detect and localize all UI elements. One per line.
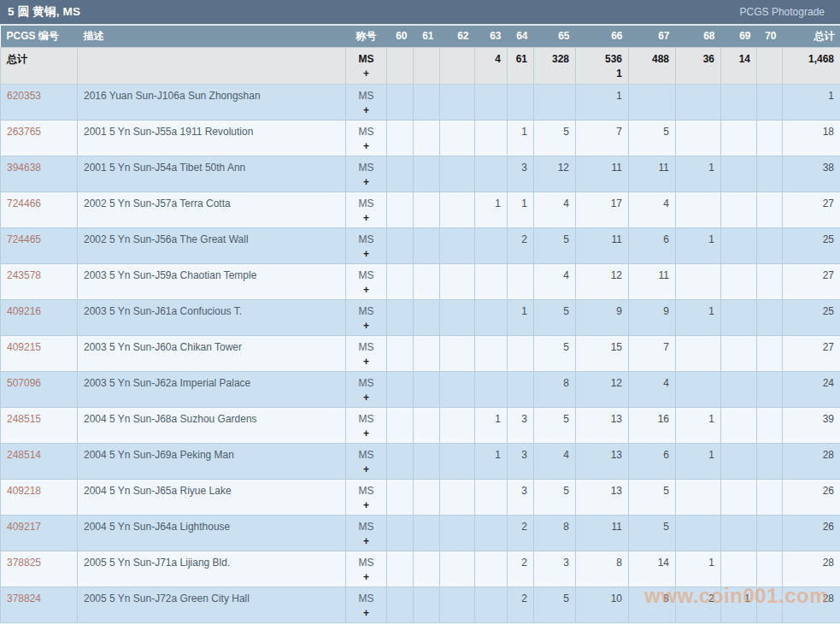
grade-cell-66: 13 xyxy=(576,407,629,443)
table-row: 4092162003 5 Yn Sun-J61a Confucious T.MS… xyxy=(1,299,840,335)
designation-cell: MS+ xyxy=(346,299,387,335)
designation-cell: MS+ xyxy=(346,335,387,371)
grade-cell-68: 1 xyxy=(676,227,721,263)
grade-cell-64: 3 xyxy=(508,407,534,443)
grade-cell-69: 1 xyxy=(721,587,757,622)
totals-grade-cell-69: 14 xyxy=(721,47,757,84)
row-total-cell: 1 xyxy=(783,84,840,120)
grade-cell-70 xyxy=(757,371,783,407)
designation-label: MS xyxy=(352,484,380,498)
grade-cell-65: 5 xyxy=(534,335,576,371)
designation-cell: MS+ xyxy=(346,371,387,407)
pcgs-number-cell: 724465 xyxy=(1,227,78,263)
description-cell: 2003 5 Yn Sun-J62a Imperial Palace xyxy=(78,371,346,407)
column-header-8: 65 xyxy=(534,26,576,47)
population-table: PCGS 编号描述称号6061626364656667686970总计 总计MS… xyxy=(0,26,840,623)
designation-plus-label: + xyxy=(352,570,380,585)
grade-cell-70 xyxy=(757,551,783,587)
column-header-10: 67 xyxy=(629,26,676,47)
pcgs-number-link[interactable]: 409217 xyxy=(7,521,41,533)
column-header-0: PCGS 编号 xyxy=(1,26,78,47)
pcgs-number-link[interactable]: 620353 xyxy=(7,90,41,102)
pcgs-number-link[interactable]: 394638 xyxy=(7,162,41,174)
grade-cell-69 xyxy=(721,156,757,192)
grade-cell-68: 1 xyxy=(676,299,721,335)
grade-cell-60 xyxy=(387,227,414,263)
row-total-cell: 39 xyxy=(783,407,840,443)
pcgs-number-cell: 394638 xyxy=(1,156,78,192)
grade-cell-65: 4 xyxy=(534,443,576,479)
table-row: 3946382001 5 Yn Sun-J54a Tibet 50th AnnM… xyxy=(1,156,840,192)
pcgs-number-link[interactable]: 248514 xyxy=(7,449,41,461)
column-header-1: 描述 xyxy=(78,26,346,47)
designation-plus-label: + xyxy=(352,355,380,369)
grade-cell-61 xyxy=(414,192,440,227)
grade-cell-64: 3 xyxy=(508,156,534,192)
grade-cell-68 xyxy=(676,263,721,299)
grade-cell-66: 13 xyxy=(576,479,629,515)
pcgs-number-link[interactable]: 378825 xyxy=(7,557,41,569)
row-total-cell: 28 xyxy=(783,551,840,587)
designation-label: MS xyxy=(352,89,380,103)
grade-cell-61 xyxy=(414,156,440,192)
grade-cell-62 xyxy=(440,192,475,227)
grade-cell-62 xyxy=(440,299,475,335)
pcgs-number-link[interactable]: 409216 xyxy=(7,305,41,317)
pcgs-number-cell: 724466 xyxy=(1,192,78,227)
grade-cell-61 xyxy=(414,227,440,263)
pcgs-number-link[interactable]: 378824 xyxy=(7,593,41,604)
designation-label: MS xyxy=(352,197,380,211)
description-cell: 2003 5 Yn Sun-J61a Confucious T. xyxy=(78,299,346,335)
grade-cell-61 xyxy=(414,299,440,335)
grade-cell-63: 1 xyxy=(475,192,508,227)
grade-cell-70 xyxy=(757,479,783,515)
grade-cell-65: 8 xyxy=(534,371,576,407)
grade-cell-65: 4 xyxy=(534,192,576,227)
pcgs-number-link[interactable]: 263765 xyxy=(7,126,41,138)
row-total-cell: 25 xyxy=(783,299,840,335)
grade-cell-61 xyxy=(414,407,440,443)
column-header-row: PCGS 编号描述称号6061626364656667686970总计 xyxy=(1,26,840,47)
pcgs-number-link[interactable]: 507096 xyxy=(7,377,41,389)
grade-cell-69 xyxy=(721,443,757,479)
grade-cell-62 xyxy=(440,120,475,156)
table-row: 2485152004 5 Yn Sun-J68a Suzhou GardensM… xyxy=(1,407,840,443)
grade-cell-70 xyxy=(757,84,783,120)
grade-cell-63 xyxy=(475,371,508,407)
designation-plus-label: + xyxy=(352,67,380,81)
grade-cell-60 xyxy=(387,263,414,299)
grade-cell-60 xyxy=(387,156,414,192)
grade-cell-64: 2 xyxy=(508,551,534,587)
pcgs-number-link[interactable]: 724466 xyxy=(7,198,41,209)
pcgs-number-cell: 507096 xyxy=(1,371,78,407)
grade-cell-64 xyxy=(508,84,534,120)
totals-grade-cell-65: 328 xyxy=(534,47,576,84)
pcgs-number-link[interactable]: 409218 xyxy=(7,485,41,497)
grade-cell-69 xyxy=(721,84,757,120)
pcgs-number-link[interactable]: 409215 xyxy=(7,341,41,353)
pcgs-number-link[interactable]: 243578 xyxy=(7,269,41,281)
totals-designation-cell: MS+ xyxy=(346,47,387,84)
grade-cell-68 xyxy=(676,84,721,120)
pcgs-number-cell: 409215 xyxy=(1,335,78,371)
designation-plus-label: + xyxy=(352,211,380,226)
pcgs-number-link[interactable]: 248515 xyxy=(7,413,41,425)
grade-cell-70 xyxy=(757,587,783,622)
designation-cell: MS+ xyxy=(346,587,387,622)
pcgs-number-cell: 248515 xyxy=(1,407,78,443)
grade-cell-64 xyxy=(508,263,534,299)
totals-grade-cell-67: 488 xyxy=(629,47,676,84)
grade-cell-61 xyxy=(414,84,440,120)
row-total-cell: 24 xyxy=(783,371,840,407)
table-row: 4092152003 5 Yn Sun-J60a Chikan TowerMS+… xyxy=(1,335,840,371)
pcgs-number-cell: 409216 xyxy=(1,299,78,335)
totals-description-cell xyxy=(78,47,346,84)
row-total-cell: 27 xyxy=(783,192,840,227)
totals-sum-cell: 1,468 xyxy=(783,47,840,84)
grade-cell-67: 11 xyxy=(629,263,676,299)
pcgs-number-link[interactable]: 724465 xyxy=(7,233,41,245)
pcgs-number-cell: 620353 xyxy=(1,84,78,120)
grade-cell-69 xyxy=(721,515,757,551)
grade-cell-64 xyxy=(508,335,534,371)
photograde-link[interactable]: PCGS Photograde xyxy=(740,6,825,18)
